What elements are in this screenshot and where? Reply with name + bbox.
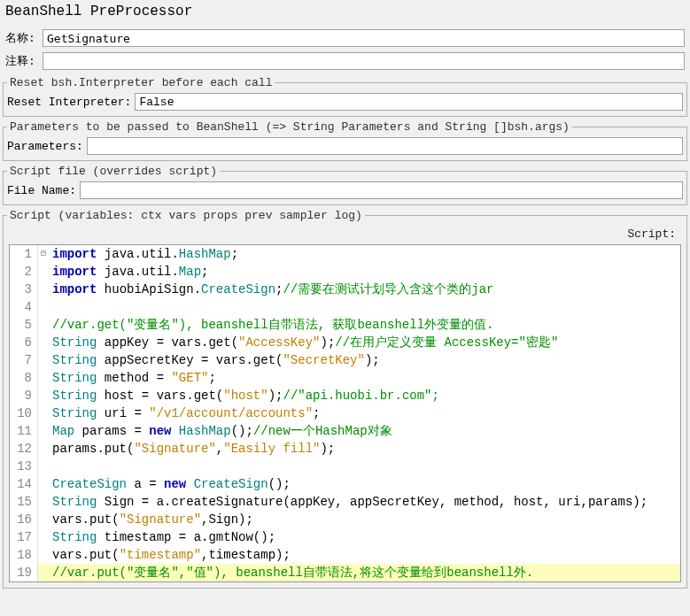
comment-row: 注释: [0, 50, 690, 73]
line-number: 5 [10, 316, 38, 334]
reset-input[interactable] [135, 93, 683, 111]
name-label: 名称: [5, 30, 39, 46]
file-legend: Script file (overrides script) [7, 165, 220, 178]
line-number: 9 [10, 387, 38, 404]
line-number: 7 [10, 351, 38, 369]
code-text: vars.put("Signature",Sign); [49, 511, 680, 528]
code-text: CreateSign a = new CreateSign(); [49, 475, 680, 493]
params-group: Parameters to be passed to BeanShell (=>… [3, 120, 687, 161]
code-text: String host = vars.get("host");//"api.hu… [49, 387, 680, 404]
reset-label: Reset Interpreter: [7, 96, 131, 109]
reset-legend: Reset bsh.Interpreter before each call [7, 76, 275, 89]
code-text: String timestamp = a.gmtNow(); [49, 528, 680, 546]
name-row: 名称: [0, 27, 690, 50]
code-editor[interactable]: 1⊟import java.util.HashMap; 2import java… [9, 244, 681, 582]
file-input[interactable] [80, 181, 683, 199]
file-group: Script file (overrides script) File Name… [3, 165, 687, 205]
code-text: import java.util.Map; [49, 263, 680, 281]
code-text: String uri = "/v1/account/accounts"; [49, 404, 680, 422]
line-number: 10 [10, 404, 38, 422]
line-number: 16 [10, 511, 38, 528]
reset-group: Reset bsh.Interpreter before each call R… [3, 76, 687, 117]
code-text: String appSecretKey = vars.get("SecretKe… [49, 351, 680, 369]
comment-input[interactable] [43, 52, 685, 70]
line-number: 18 [10, 546, 38, 564]
line-number: 19 [10, 564, 38, 581]
fold-icon[interactable]: ⊟ [38, 245, 49, 263]
params-legend: Parameters to be passed to BeanShell (=>… [7, 120, 572, 134]
line-number: 14 [10, 475, 38, 493]
script-right-label: Script: [7, 226, 683, 244]
line-number: 8 [10, 369, 38, 387]
line-number: 3 [10, 281, 38, 298]
line-number: 17 [10, 528, 38, 546]
code-text: String method = "GET"; [49, 369, 680, 387]
code-text: import huobiApiSign.CreateSign;//需要在测试计划… [49, 281, 680, 298]
params-input[interactable] [87, 137, 683, 155]
line-number: 11 [10, 422, 38, 440]
line-number: 6 [10, 334, 38, 351]
line-number: 15 [10, 493, 38, 511]
script-legend: Script (variables: ctx vars props prev s… [7, 209, 365, 222]
line-number: 13 [10, 458, 38, 475]
line-number: 4 [10, 298, 38, 316]
name-input[interactable] [43, 29, 685, 47]
code-text: String appKey = vars.get("AccessKey");//… [49, 334, 680, 351]
comment-label: 注释: [5, 53, 39, 69]
script-group: Script (variables: ctx vars props prev s… [3, 209, 687, 589]
code-text: //var.get("变量名"), beanshell自带语法, 获取beans… [49, 316, 680, 334]
file-label: File Name: [7, 184, 76, 197]
line-number: 1 [10, 245, 38, 263]
line-number: 2 [10, 263, 38, 281]
code-text: Map params = new HashMap();//new一个HashMa… [49, 422, 680, 440]
code-text: params.put("Signature","Easily fill"); [49, 440, 680, 458]
panel-title: BeanShell PreProcessor [0, 0, 690, 27]
line-number: 12 [10, 440, 38, 458]
code-text: vars.put("timestamp",timestamp); [49, 546, 680, 564]
params-label: Parameters: [7, 140, 83, 153]
code-text: //var.put("变量名","值"), beanshell自带语法,将这个变… [49, 564, 680, 581]
code-text: String Sign = a.createSignature(appKey, … [49, 493, 680, 511]
code-text: import java.util.HashMap; [49, 245, 680, 263]
